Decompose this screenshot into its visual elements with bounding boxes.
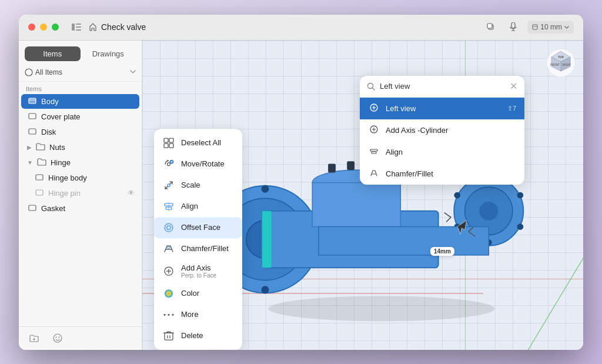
color-label: Color [181,289,199,298]
size-label: 10 mm [540,23,562,31]
svg-point-70 [165,289,173,298]
size-button[interactable]: 10 mm [527,21,574,34]
svg-rect-82 [370,149,377,151]
autocomplete-input[interactable] [380,82,505,91]
hinge-pin-icon [34,188,45,198]
cover-plate-label: Cover plate [41,112,135,121]
more-icon [162,308,175,321]
main-canvas[interactable]: 14mm Deselect All [142,41,583,350]
svg-rect-16 [36,190,43,195]
svg-rect-54 [169,138,173,142]
ctx-more[interactable]: More [154,304,242,325]
sidebar-item-hinge-pin[interactable]: Hinge pin 👁 [21,186,139,201]
chamfer-option-label: Chamfer/Fillet [386,169,433,178]
microphone-button[interactable] [505,19,521,35]
deselect-all-icon [162,136,175,149]
align-option-icon [368,146,380,158]
body-label: Body [41,97,135,106]
disk-icon [27,127,38,137]
sidebar-item-hinge[interactable]: ▼ Hinge [21,155,139,170]
scale-icon [162,179,175,192]
svg-point-11 [25,69,32,76]
ctx-color[interactable]: Color [154,283,242,304]
ctx-scale[interactable]: Scale [154,175,242,196]
emoji-button[interactable] [49,330,66,346]
offset-face-icon [162,221,175,234]
ctx-align[interactable]: Align [154,196,242,217]
chamfer-option-icon [368,168,380,179]
hinge-pin-label: Hinge pin [48,189,124,198]
ctx-offset-face[interactable]: Offset Face [154,217,242,238]
dimension-value: 14mm [434,248,451,255]
svg-rect-56 [169,143,173,148]
svg-point-73 [172,313,174,315]
color-icon [162,287,175,300]
dimension-indicator: 14mm [430,247,454,256]
sidebar-item-hinge-body[interactable]: Hinge body [21,171,139,185]
hinge-body-label: Hinge body [48,173,135,182]
add-axis-text: Add Axis Perp. to Face [181,263,216,279]
close-button[interactable] [28,24,35,31]
sidebar-filter[interactable]: All Items [19,66,142,82]
cube-nav-svg: TOP RIGHT FRONT [546,48,576,78]
ctx-add-axis[interactable]: Add Axis Perp. to Face [154,259,242,283]
cube-navigator[interactable]: TOP RIGHT FRONT [546,48,576,78]
ctx-delete[interactable]: Delete [154,325,242,346]
autocomplete-option-align[interactable]: Align [360,141,524,163]
section-label: Items [19,82,142,93]
copy-button[interactable] [483,19,499,35]
sidebar-toggle-button[interactable] [68,19,85,35]
add-axis-icon [162,265,175,278]
body-icon [27,96,38,106]
svg-rect-14 [29,129,36,134]
svg-point-59 [168,183,170,186]
tab-drawings[interactable]: Drawings [81,46,136,61]
delete-icon [162,329,175,342]
scale-label: Scale [181,181,200,189]
svg-rect-2 [76,26,81,28]
sidebar-item-cover-plate[interactable]: Cover plate [21,109,139,124]
add-axis-sublabel: Perp. to Face [181,272,216,279]
home-button[interactable] [85,19,101,35]
ctx-chamfer-fillet[interactable]: Chamfer/Fillet [154,238,242,259]
autocomplete-option-chamfer[interactable]: Chamfer/Fillet [360,163,524,185]
ctx-move-rotate[interactable]: Move/Rotate [154,153,242,175]
svg-rect-3 [76,29,81,31]
nuts-folder-icon [35,142,46,152]
minimize-button[interactable] [40,24,47,31]
titlebar-right: 10 mm [483,19,574,35]
svg-point-71 [164,313,166,315]
autocomplete-option-add-axis[interactable]: Add Axis -Cylinder [360,119,524,141]
app-window: Check valve [19,15,583,350]
content-area: Items Drawings All Items Items [19,41,583,350]
ctx-deselect-all[interactable]: Deselect All [154,132,242,153]
disk-label: Disk [41,128,135,136]
nuts-label: Nuts [49,143,135,152]
sidebar-item-disk[interactable]: Disk [21,125,139,139]
sidebar-bottom [19,326,142,350]
add-axis-label: Add Axis [181,263,216,272]
maximize-button[interactable] [52,24,59,31]
delete-label: Delete [181,331,203,340]
traffic-lights [28,24,59,31]
add-folder-button[interactable] [26,330,42,346]
autocomplete-search-bar: ✕ [360,76,524,98]
svg-rect-6 [511,22,515,28]
align-option-label: Align [386,148,403,156]
sidebar-tabs: Items Drawings [19,41,142,66]
autocomplete-option-left-view[interactable]: Left view ⇧7 [360,98,524,119]
autocomplete-clear-button[interactable]: ✕ [510,82,517,91]
tab-items[interactable]: Items [25,46,81,61]
eye-icon[interactable]: 👁 [128,189,135,197]
left-view-shortcut: ⇧7 [507,105,516,112]
svg-point-22 [59,337,60,338]
filter-label: All Items [35,68,128,76]
sidebar-item-nuts[interactable]: ▶ Nuts [21,140,139,155]
svg-point-57 [168,162,170,165]
svg-text:TOP: TOP [558,55,564,59]
sidebar-item-gasket[interactable]: Gasket [21,201,139,216]
svg-rect-15 [36,175,43,180]
sidebar-item-body[interactable]: Body [21,94,139,109]
nuts-arrow-icon: ▶ [27,144,32,151]
svg-rect-17 [29,205,36,211]
